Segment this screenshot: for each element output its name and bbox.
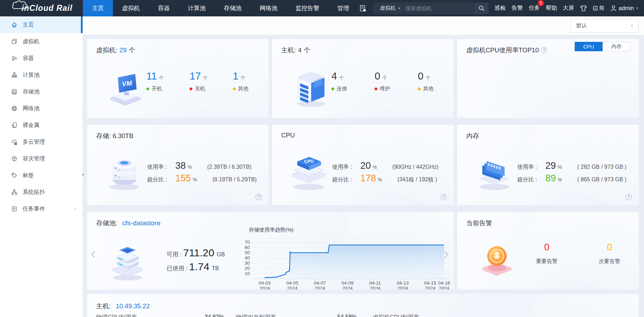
sidebar-item-disaster-recovery[interactable]: 容灾管理	[0, 150, 83, 167]
host-card-title: 主机: 4 个	[281, 46, 310, 54]
help-icon[interactable]: ?	[626, 194, 632, 200]
ratio-unit: %	[193, 177, 197, 182]
sidebar-item-multi-cloud[interactable]: 多云管理	[0, 134, 83, 150]
status-dot-yellow	[233, 88, 236, 90]
stat-unit: 个	[426, 75, 430, 81]
cpu-ratio-line: 超分比 : 178 % (341核 / 192核 )	[332, 173, 438, 186]
usage-label: 使用率 :	[332, 164, 359, 171]
pool-used-line: 已使用 : 1.74 TB	[167, 261, 225, 275]
top-menu-monitor-alarm[interactable]: 监控告警	[286, 0, 328, 16]
collapse-icon: ◂	[82, 172, 84, 177]
usage-detail: ( 282 GB / 973 GB )	[577, 164, 626, 170]
sidebar-item-home[interactable]: 主页	[0, 16, 83, 33]
multi-cloud-icon	[11, 139, 17, 145]
major-alarm-value: 0	[536, 242, 558, 253]
ratio-detail: (8.19TB / 5.29TB)	[213, 176, 257, 183]
top-menu-container[interactable]: 容器	[149, 0, 179, 16]
user-menu[interactable]: admin ∨	[610, 5, 638, 12]
sidebar-item-network-pool[interactable]: 网络池	[0, 100, 83, 117]
sidebar-item-container[interactable]: 容器	[0, 50, 83, 67]
sidebar-item-tag[interactable]: 标签	[0, 167, 83, 184]
alarm-3d-icon	[479, 240, 515, 278]
usage-label: 使用率 :	[517, 164, 544, 171]
host-stat-maintenance: 0个 维护	[375, 70, 402, 92]
vm-stat-running: 11个 开机	[146, 70, 174, 92]
help-icon[interactable]: ?	[541, 47, 547, 53]
ratio-value: 178	[360, 173, 376, 184]
toggle-cpu-button[interactable]: CPU	[575, 42, 603, 51]
stat-unit: 个	[240, 75, 245, 81]
svg-text:2024: 2024	[260, 286, 270, 289]
minor-alarm-value: 0	[599, 242, 620, 253]
network-pool-icon	[11, 105, 17, 112]
top-menu-vm[interactable]: 虚拟机	[113, 0, 149, 16]
vm-summary-card: 虚拟机: 29 个 VM 11个 开机	[87, 39, 269, 118]
carousel-prev-icon[interactable]: ‹	[91, 246, 96, 261]
ratio-unit: %	[378, 177, 382, 182]
theme-shirt-icon[interactable]	[580, 5, 587, 12]
tag-icon	[11, 172, 17, 179]
sidebar-collapse-handle[interactable]: ◂	[80, 166, 85, 182]
top10-title-text: 虚拟机CPU使用率TOP10	[466, 46, 539, 54]
host-ip-link[interactable]: 10.49.35.22	[116, 302, 150, 310]
top10-card-title: 虚拟机CPU使用率TOP10 ?	[466, 46, 547, 54]
stat-unit: 个	[159, 75, 164, 81]
ratio-detail: ( 865 GB / 973 GB )	[577, 176, 626, 183]
view-select-dropdown[interactable]: 默认 ∨	[570, 19, 639, 33]
help-link[interactable]: 帮助	[546, 5, 557, 12]
cloud-logo-icon	[10, 0, 36, 11]
top-menu-storage-pool[interactable]: 存储池	[215, 0, 251, 16]
toggle-memory-button[interactable]: 内存	[603, 42, 630, 51]
usage-unit: %	[187, 164, 192, 170]
sidebar-item-topology[interactable]: 系统拓扑	[0, 184, 83, 201]
bigscreen-link[interactable]: 大屏	[563, 5, 574, 12]
memory-ratio-line: 超分比 : 89 % ( 865 GB / 973 GB )	[517, 173, 627, 186]
status-dot-green	[146, 88, 149, 90]
stat-value: 4	[331, 70, 337, 82]
stat-unit: 个	[203, 75, 208, 81]
sidebar-item-bare-metal[interactable]: 裸金属	[0, 117, 83, 134]
current-alarm-card: 当前告警 0 重要告警 0	[457, 212, 639, 289]
host-stat-other: 0个 其他	[418, 70, 445, 92]
vm-icon	[11, 38, 17, 45]
top-menu-manage[interactable]: 管理	[328, 0, 358, 16]
cpu-summary-card: CPU CPU 使用率 : 20 %	[272, 125, 454, 205]
pool-title-prefix: 存储池:	[96, 219, 117, 227]
help-icon[interactable]: ?	[440, 194, 447, 200]
report-icon[interactable]	[360, 5, 366, 12]
storage-3d-icon	[105, 150, 144, 192]
host-count-unit: 个	[304, 46, 310, 54]
sidebar-item-storage-pool[interactable]: 存储池	[0, 83, 83, 100]
sidebar-item-vm[interactable]: 虚拟机	[0, 33, 83, 50]
svg-text:20: 20	[245, 266, 250, 271]
search-scope-dropdown[interactable]: 虚拟机 ∨	[374, 5, 405, 12]
sidebar-item-compute-pool[interactable]: 计算池	[0, 67, 83, 83]
cpu-icon-label: CPU	[304, 158, 314, 164]
task-link[interactable]: 任务 5	[529, 5, 540, 12]
storage-metrics: 使用率 : 38 % (2.39TB / 6.30TB) 超分比 : 155 %…	[147, 160, 257, 186]
pool-name-link[interactable]: cfs-datastore	[122, 219, 161, 227]
usage-unit: %	[373, 164, 377, 170]
host-detail-card: 主机: 10.49.35.22 物理CPU利用率 34.82% 物理内存利用率 …	[87, 294, 639, 317]
ratio-unit: %	[558, 177, 562, 182]
svg-text:70: 70	[245, 240, 250, 245]
top-menu-compute-pool[interactable]: 计算池	[179, 0, 215, 16]
search-icon[interactable]	[475, 2, 489, 14]
top-menu-network-pool[interactable]: 网络池	[251, 0, 286, 16]
help-icon[interactable]: ?	[255, 194, 262, 200]
sidebar-item-task-events[interactable]: 任务事件 ›	[0, 201, 83, 217]
used-label: 已使用 :	[167, 264, 187, 272]
usage-unit: %	[558, 164, 562, 170]
status-dot-yellow	[418, 88, 421, 90]
top10-metric-toggle: CPU 内存	[575, 42, 630, 51]
top-menu-home[interactable]: 主页	[83, 0, 113, 16]
bare-metal-icon	[11, 122, 17, 128]
language-switch-icon[interactable]: A 简	[593, 5, 604, 12]
username: admin	[619, 5, 634, 12]
inspection-link[interactable]: 巡检	[495, 5, 506, 12]
vm-title-prefix: 虚拟机:	[96, 46, 117, 54]
alarm-link[interactable]: 告警	[512, 5, 523, 12]
host-detail-stat-value: 34.82%	[205, 314, 224, 317]
stat-value: 17	[190, 70, 201, 82]
search-input[interactable]	[405, 5, 475, 11]
